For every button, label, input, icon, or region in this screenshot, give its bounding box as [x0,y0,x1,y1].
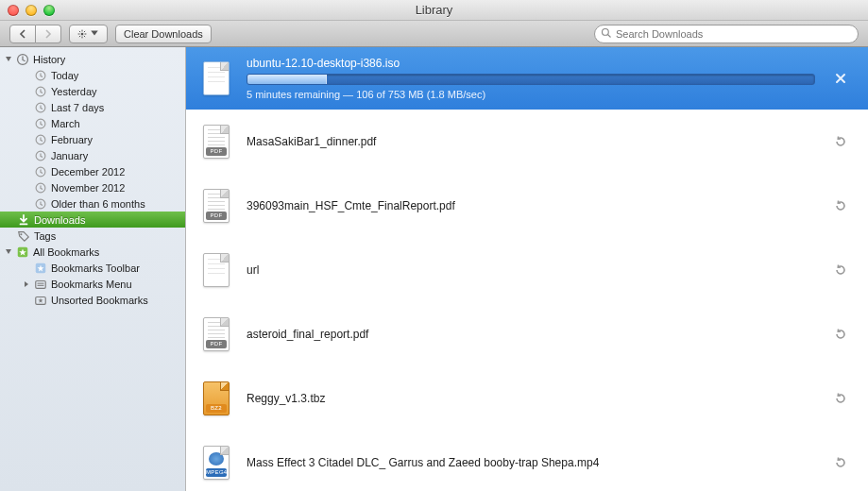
retry-download-button[interactable] [830,195,851,216]
download-name: 396093main_HSF_Cmte_FinalReport.pdf [247,199,815,212]
toolbar: Clear Downloads [0,21,868,47]
svg-line-8 [79,35,80,36]
sidebar-item-label: Bookmarks Toolbar [51,262,140,274]
chevron-down-icon [90,28,99,40]
disclosure-triangle-icon[interactable] [22,279,30,288]
window-titlebar: Library [0,0,868,21]
sidebar-all-bookmarks[interactable]: All Bookmarks [0,244,185,260]
downloads-list: ubuntu-12.10-desktop-i386.iso 5 minutes … [186,47,868,491]
download-status: 5 minutes remaining — 106 of 753 MB (1.8… [247,89,815,100]
sidebar-history-item[interactable]: December 2012 [0,163,185,179]
sidebar-history-item[interactable]: November 2012 [0,179,185,195]
search-input[interactable] [616,28,852,40]
sidebar-item-label: December 2012 [51,166,125,178]
clock-icon [34,165,47,178]
disclosure-triangle-icon[interactable] [4,247,12,256]
retry-download-button[interactable] [830,452,851,473]
download-row[interactable]: BZ2Reggy_v1.3.tbz [186,366,868,431]
download-name: url [247,263,815,277]
download-row[interactable]: PDFasteroid_final_report.pdf [186,302,868,366]
file-icon: MPEG4 [201,444,231,482]
sidebar-label: Tags [34,230,56,242]
retry-download-button[interactable] [830,388,851,409]
download-row[interactable]: PDF396093main_HSF_Cmte_FinalReport.pdf [186,174,868,238]
sidebar-bookmarks-item[interactable]: Bookmarks Toolbar [0,260,185,276]
file-icon: BZ2 [201,380,231,417]
sidebar-item-label: Unsorted Bookmarks [51,295,148,306]
bookmark-folder-icon [34,262,47,275]
clock-icon [34,85,47,98]
cancel-download-button[interactable] [830,68,851,89]
bookmark-folder-icon [34,294,47,307]
sidebar-history-item[interactable]: Today [0,67,185,83]
search-field[interactable] [594,25,859,43]
sidebar-item-label: Yesterday [51,86,97,97]
download-row[interactable]: url [186,238,868,302]
sidebar-history-item[interactable]: Last 7 days [0,99,185,115]
sidebar-item-label: November 2012 [51,182,125,194]
sidebar-history-item[interactable]: January [0,147,185,163]
download-name: asteroid_final_report.pdf [247,328,815,341]
file-icon: PDF [201,187,231,225]
bookmark-folder-icon [34,278,47,291]
clock-icon [34,133,47,146]
download-name: Reggy_v1.3.tbz [247,392,815,405]
sidebar-item-label: Last 7 days [51,102,104,113]
clock-icon [34,181,47,195]
svg-line-5 [79,30,80,31]
file-icon: PDF [201,123,231,161]
download-row-active[interactable]: ubuntu-12.10-desktop-i386.iso 5 minutes … [186,47,868,110]
window-zoom-button[interactable] [43,5,55,16]
sidebar-item-label: Today [51,70,78,81]
retry-download-button[interactable] [830,324,851,345]
svg-point-22 [20,233,22,235]
retry-download-button[interactable] [830,260,851,280]
sidebar-tags[interactable]: Tags [0,228,185,244]
retry-download-button[interactable] [830,131,851,152]
clock-icon [34,69,47,82]
sidebar-history[interactable]: History [0,51,185,67]
sidebar-label: History [33,54,65,65]
history-icon [16,53,29,66]
window-close-button[interactable] [8,5,19,16]
sidebar-item-label: March [51,118,80,129]
organize-menu-button[interactable] [69,25,108,43]
download-name: MasaSakiBar1_dinner.pdf [247,135,815,148]
sidebar-bookmarks-item[interactable]: Bookmarks Menu [0,276,185,292]
sidebar-downloads[interactable]: Downloads [0,212,185,228]
sidebar-item-label: Bookmarks Menu [51,279,132,290]
sidebar-item-label: February [51,134,93,145]
file-icon [201,59,231,97]
clock-icon [34,149,47,162]
download-name: ubuntu-12.10-desktop-i386.iso [247,57,815,70]
sidebar-history-item[interactable]: March [0,115,185,131]
sidebar-item-label: Older than 6 months [51,198,145,210]
clock-icon [34,117,47,130]
window-minimize-button[interactable] [26,5,37,16]
sidebar-bookmarks-item[interactable]: Unsorted Bookmarks [0,292,185,308]
sidebar-history-item[interactable]: February [0,131,185,147]
sidebar-history-item[interactable]: Older than 6 months [0,195,185,212]
file-icon [201,251,231,289]
download-name: Mass Effect 3 Citadel DLC_ Garrus and Za… [247,456,815,469]
forward-button[interactable] [36,25,61,43]
sidebar-history-item[interactable]: Yesterday [0,83,185,99]
sidebar-item-label: January [51,150,88,161]
sidebar: History TodayYesterdayLast 7 daysMarchFe… [0,47,186,491]
file-icon: PDF [201,315,231,353]
disclosure-triangle-icon[interactable] [4,55,12,63]
svg-line-10 [608,34,611,37]
bookmark-star-icon [16,246,29,259]
svg-line-6 [84,35,85,36]
search-icon [601,25,616,42]
svg-rect-25 [36,280,46,288]
svg-point-0 [81,32,84,35]
clear-downloads-button[interactable]: Clear Downloads [115,25,212,43]
back-button[interactable] [9,25,36,43]
svg-line-7 [84,30,85,31]
svg-point-9 [603,28,609,35]
download-row[interactable]: MPEG4Mass Effect 3 Citadel DLC_ Garrus a… [186,431,868,491]
download-row[interactable]: PDFMasaSakiBar1_dinner.pdf [186,110,868,174]
nav-segment [9,25,61,43]
download-progressbar [247,74,815,85]
